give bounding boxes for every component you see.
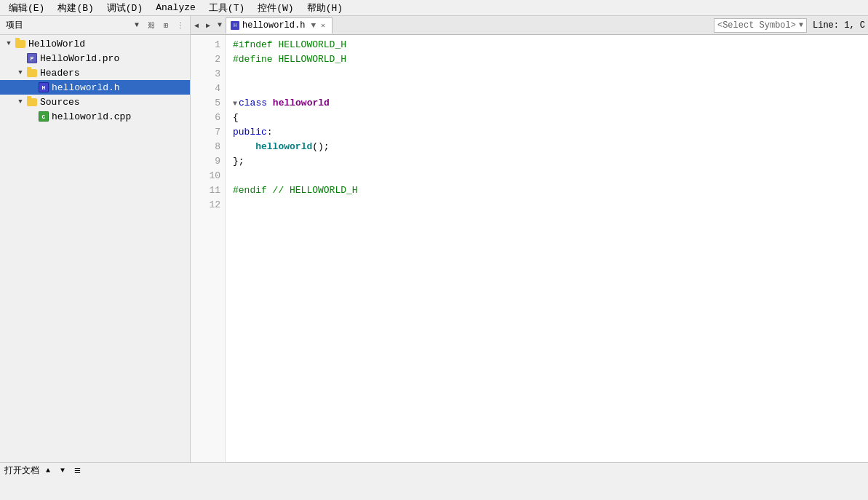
tree-item-helloworld-cpp[interactable]: C helloworld.cpp bbox=[0, 109, 190, 124]
line-num-1: 1 bbox=[191, 38, 225, 52]
code-line-10 bbox=[233, 169, 868, 183]
sidebar-filter-btn[interactable]: ▼ bbox=[130, 19, 143, 32]
line-num-10: 10 bbox=[191, 169, 225, 183]
menu-controls[interactable]: 控件(W) bbox=[252, 0, 299, 16]
folder-icon bbox=[15, 38, 26, 49]
tree-label-helloworld-cpp: helloworld.cpp bbox=[52, 111, 131, 122]
pro-file-icon: P bbox=[26, 52, 38, 64]
statusbar-menu-btn[interactable]: ☰ bbox=[71, 465, 83, 477]
symbol-selector-label: <Select Symbol> bbox=[717, 20, 796, 31]
code-line-2: #define HELLOWORLD_H bbox=[233, 52, 868, 67]
statusbar-up-btn[interactable]: ▲ bbox=[42, 465, 54, 477]
h-file-icon: H bbox=[38, 82, 49, 93]
tree-item-sources[interactable]: ▼ Sources bbox=[0, 95, 190, 109]
code-line-5: ▼class helloworld bbox=[233, 96, 868, 111]
main-layout: 项目 ▼ ⛓ ⊞ ⋮ ▼ HelloWorld P bbox=[0, 16, 868, 462]
line-num-8: 8 bbox=[191, 140, 225, 154]
code-content[interactable]: #ifndef HELLOWORLD_H #define HELLOWORLD_… bbox=[226, 35, 868, 462]
code-line-3 bbox=[233, 67, 868, 82]
project-tree: ▼ HelloWorld P HelloWorld.pro ▼ bbox=[0, 35, 190, 125]
menu-build[interactable]: 构建(B) bbox=[52, 0, 99, 16]
code-line-9: }; bbox=[233, 154, 868, 169]
line-numbers: 1 2 3 4 5 6 7 8 9 10 11 12 bbox=[191, 35, 226, 462]
line-num-7: 7 bbox=[191, 125, 225, 140]
sidebar: 项目 ▼ ⛓ ⊞ ⋮ ▼ HelloWorld P bbox=[0, 16, 191, 462]
menu-debug[interactable]: 调试(D) bbox=[101, 0, 148, 16]
code-line-6: { bbox=[233, 111, 868, 125]
line-num-12: 12 bbox=[191, 198, 225, 213]
code-line-8: helloworld(); bbox=[233, 140, 868, 154]
tab-h-icon: H bbox=[231, 21, 239, 30]
line-num-5: 5 bbox=[191, 96, 225, 111]
tree-label-helloworld: HelloWorld bbox=[28, 39, 85, 49]
menubar: 编辑(E) 构建(B) 调试(D) Analyze 工具(T) 控件(W) 帮助… bbox=[0, 0, 868, 16]
sidebar-add-btn[interactable]: ⊞ bbox=[159, 19, 172, 32]
code-line-11: #endif // HELLOWORLD_H bbox=[233, 183, 868, 198]
sidebar-more-btn[interactable]: ⋮ bbox=[174, 19, 187, 32]
code-line-4 bbox=[233, 82, 868, 96]
sidebar-label: 项目 bbox=[3, 19, 129, 31]
toggle-helloworld[interactable]: ▼ bbox=[3, 40, 15, 47]
tree-label-sources: Sources bbox=[40, 97, 80, 108]
menu-help[interactable]: 帮助(H) bbox=[301, 0, 349, 16]
line-num-11: 11 bbox=[191, 183, 225, 198]
tree-label-helloworld-pro: HelloWorld.pro bbox=[40, 53, 119, 64]
code-line-12 bbox=[233, 198, 868, 213]
line-num-2: 2 bbox=[191, 52, 225, 67]
tab-nav-right[interactable]: ▶ bbox=[202, 17, 214, 33]
tab-nav-left[interactable]: ◀ bbox=[191, 17, 202, 33]
toggle-headers[interactable]: ▼ bbox=[15, 69, 26, 76]
tree-item-headers[interactable]: ▼ Headers bbox=[0, 66, 190, 80]
code-line-1: #ifndef HELLOWORLD_H bbox=[233, 38, 868, 52]
statusbar-down-btn[interactable]: ▼ bbox=[57, 465, 68, 477]
line-num-3: 3 bbox=[191, 67, 225, 82]
symbol-selector[interactable]: <Select Symbol> ▼ bbox=[714, 18, 807, 33]
tree-label-helloworld-h: helloworld.h bbox=[52, 82, 120, 93]
tab-bar: ◀ ▶ ▼ H helloworld.h ▼ ✕ <Select Symbol>… bbox=[191, 16, 868, 35]
line-info: Line: 1, C bbox=[810, 20, 868, 31]
menu-analyze[interactable]: Analyze bbox=[150, 1, 202, 15]
headers-folder-icon bbox=[26, 67, 38, 79]
sources-folder-icon bbox=[26, 96, 38, 108]
menu-edit[interactable]: 编辑(E) bbox=[3, 0, 50, 16]
symbol-dropdown-arrow: ▼ bbox=[799, 21, 803, 29]
menu-tools[interactable]: 工具(T) bbox=[203, 0, 250, 16]
tree-item-helloworld-h[interactable]: H helloworld.h bbox=[0, 80, 190, 95]
code-editor[interactable]: 1 2 3 4 5 6 7 8 9 10 11 12 #ifndef HELLO… bbox=[191, 35, 868, 462]
tree-item-helloworld[interactable]: ▼ HelloWorld bbox=[0, 36, 190, 51]
editor-area: ◀ ▶ ▼ H helloworld.h ▼ ✕ <Select Symbol>… bbox=[191, 16, 868, 462]
statusbar: 打开文档 ▲ ▼ ☰ bbox=[0, 462, 868, 478]
tab-label: helloworld.h bbox=[242, 20, 305, 31]
tree-label-headers: Headers bbox=[40, 68, 80, 79]
toggle-sources[interactable]: ▼ bbox=[15, 98, 26, 106]
tab-close-btn[interactable]: ✕ bbox=[319, 21, 327, 30]
tab-nav-down[interactable]: ▼ bbox=[214, 17, 226, 33]
line-num-9: 9 bbox=[191, 154, 225, 169]
code-line-7: public: bbox=[233, 125, 868, 140]
tab-dropdown-arrow[interactable]: ▼ bbox=[311, 21, 316, 30]
line-num-4: 4 bbox=[191, 82, 225, 96]
sidebar-toolbar: 项目 ▼ ⛓ ⊞ ⋮ bbox=[0, 16, 190, 35]
tab-helloworld-h[interactable]: H helloworld.h ▼ ✕ bbox=[226, 17, 333, 33]
line-info-text: Line: 1, C bbox=[813, 20, 865, 31]
tree-item-helloworld-pro[interactable]: P HelloWorld.pro bbox=[0, 51, 190, 66]
line-num-6: 6 bbox=[191, 111, 225, 125]
statusbar-label: 打开文档 bbox=[4, 464, 39, 477]
sidebar-link-btn[interactable]: ⛓ bbox=[145, 19, 158, 32]
cpp-file-icon: C bbox=[38, 111, 49, 122]
